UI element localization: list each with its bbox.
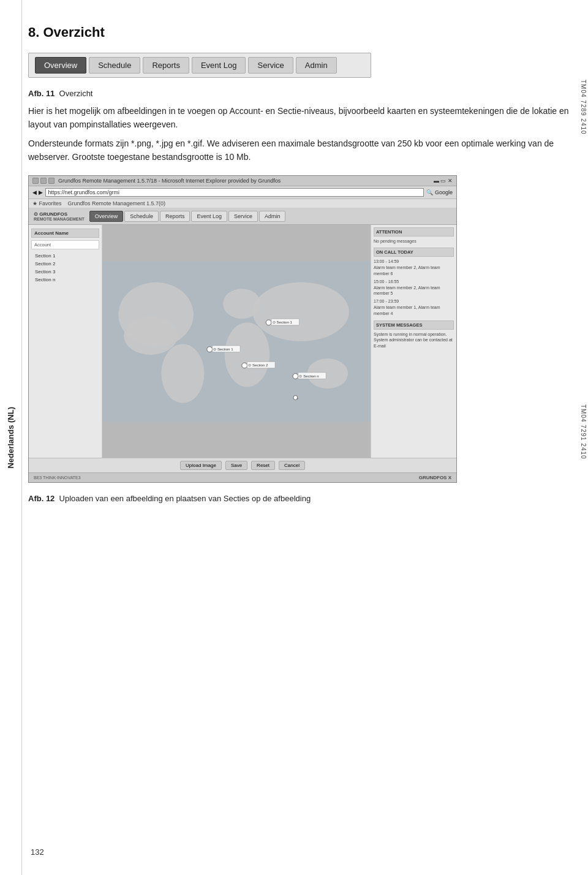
browser-title-text: Grundfos Remote Management 1.5.7/18 - Mi… [58, 178, 281, 184]
attention-section: ATTENTION No pending messages [374, 227, 454, 244]
left-panel: Account Name Account Section 1 Section 2… [29, 225, 102, 458]
browser-btn-1 [32, 178, 39, 184]
cancel-btn[interactable]: Cancel [279, 461, 305, 470]
map-area: ⊙ Section 1 ⊙ Section 1 ⊙ Section 2 [102, 225, 371, 458]
system-messages-title: SYSTEM MESSAGES [374, 320, 454, 330]
svg-text:⊙ Section 1: ⊙ Section 1 [213, 346, 233, 350]
on-call-title: ON CALL TODAY [374, 248, 454, 257]
app-nav-eventlog[interactable]: Event Log [191, 211, 227, 222]
app-nav-service[interactable]: Service [228, 211, 258, 222]
svg-text:⊙ Section 1: ⊙ Section 1 [273, 320, 293, 324]
fig11-caption: Afb. 11 Overzicht [28, 89, 570, 98]
browser-back-btn[interactable]: ◀ ▶ [32, 189, 43, 195]
reset-btn[interactable]: Reset [251, 461, 275, 470]
on-call-entry-1: 13:00 - 14:59Alarm team member 2, Alarm … [374, 259, 454, 276]
right-panel: ATTENTION No pending messages ON CALL TO… [371, 225, 456, 458]
browser-btn-2 [40, 178, 47, 184]
left-panel-title: Account Name [31, 229, 99, 238]
app-bottom-logo: GRUNDFOS X [419, 475, 451, 480]
app-footer: Upload Image Save Reset Cancel [29, 458, 456, 472]
browser-window-controls: ▬ ▭ ✕ [434, 178, 453, 184]
svg-point-5 [225, 322, 270, 387]
svg-point-2 [124, 317, 178, 354]
browser-url-bar: https://net.grundfos.com/grmi [45, 188, 424, 197]
nav-service-btn[interactable]: Service [248, 57, 293, 74]
svg-point-8 [266, 320, 271, 325]
browser-title-bar: Grundfos Remote Management 1.5.7/18 - Mi… [29, 176, 456, 186]
browser-search-area: 🔍 Google [426, 189, 453, 195]
attention-text: No pending messages [374, 238, 454, 244]
right-margin-label-bottom: TM04 7291 2410 [580, 404, 587, 460]
browser-btn-3 [48, 178, 55, 184]
svg-point-17 [293, 373, 298, 379]
section-heading: 8. Overzicht [28, 25, 570, 40]
nav-reports-btn[interactable]: Reports [143, 57, 189, 74]
right-margin-label-top: TM04 7289 2410 [580, 80, 587, 135]
nav-admin-btn[interactable]: Admin [296, 57, 337, 74]
favorites-bar: ★ Favorites Grundfos Remote Management 1… [29, 199, 456, 208]
fig12-caption: Afb. 12 Uploaden van een afbeelding en p… [28, 494, 570, 503]
svg-point-3 [161, 344, 204, 403]
on-call-entry-3: 17:00 - 23:59Alarm team member 1, Alarm … [374, 298, 454, 316]
svg-text:⊙ Section n: ⊙ Section n [299, 373, 319, 377]
nav-eventlog-btn[interactable]: Event Log [192, 57, 246, 74]
svg-text:⊙ Section 2: ⊙ Section 2 [248, 363, 268, 367]
app-inner: ⊙ GRUNDFOS REMOTE MANAGEMENT Overview Sc… [29, 208, 456, 482]
section-item-3[interactable]: Section 3 [31, 268, 99, 276]
nav-schedule-btn[interactable]: Schedule [89, 57, 140, 74]
sidebar-language-label: Nederlands (NL) [0, 0, 22, 875]
app-body: Account Name Account Section 1 Section 2… [29, 225, 456, 458]
on-call-entry-2: 15:00 - 16:55Alarm team member 2, Alarm … [374, 279, 454, 297]
browser-screenshot: Grundfos Remote Management 1.5.7/18 - Mi… [28, 175, 457, 483]
app-bottom-bar: BE3 THINK·INNOVATE3 GRUNDFOS X [29, 472, 456, 482]
app-nav-overview[interactable]: Overview [89, 211, 124, 222]
app-nav-reports[interactable]: Reports [160, 211, 190, 222]
section-item-2[interactable]: Section 2 [31, 260, 99, 268]
app-bottom-tagline: BE3 THINK·INNOVATE3 [34, 475, 81, 480]
app-header: ⊙ GRUNDFOS REMOTE MANAGEMENT Overview Sc… [29, 208, 456, 225]
nav-overview-btn[interactable]: Overview [35, 57, 86, 74]
svg-point-6 [252, 282, 349, 341]
app-nav-admin[interactable]: Admin [259, 211, 286, 222]
svg-text:+: + [296, 396, 299, 400]
on-call-section: ON CALL TODAY 13:00 - 14:59Alarm team me… [374, 248, 454, 316]
page-number: 132 [31, 847, 44, 857]
section-item-n[interactable]: Section n [31, 276, 99, 284]
nav-screenshot: Overview Schedule Reports Event Log Serv… [28, 53, 371, 78]
section-item-1[interactable]: Section 1 [31, 252, 99, 260]
world-map-svg: ⊙ Section 1 ⊙ Section 1 ⊙ Section 2 [102, 225, 371, 458]
app-logo: ⊙ GRUNDFOS REMOTE MANAGEMENT [34, 211, 85, 221]
app-nav-schedule[interactable]: Schedule [124, 211, 159, 222]
attention-title: ATTENTION [374, 227, 454, 237]
svg-point-14 [242, 363, 247, 368]
system-messages-section: SYSTEM MESSAGES System is running in nor… [374, 320, 454, 349]
system-messages-text: System is running in normal operation. S… [374, 331, 454, 349]
save-btn[interactable]: Save [225, 461, 247, 470]
body-text-1: Hier is het mogelijk om afbeeldingen in … [28, 104, 570, 132]
svg-point-11 [207, 346, 213, 352]
account-label: Account [31, 240, 99, 249]
upload-image-btn[interactable]: Upload Image [180, 461, 222, 470]
body-text-2: Ondersteunde formats zijn *.png, *.jpg e… [28, 137, 570, 164]
